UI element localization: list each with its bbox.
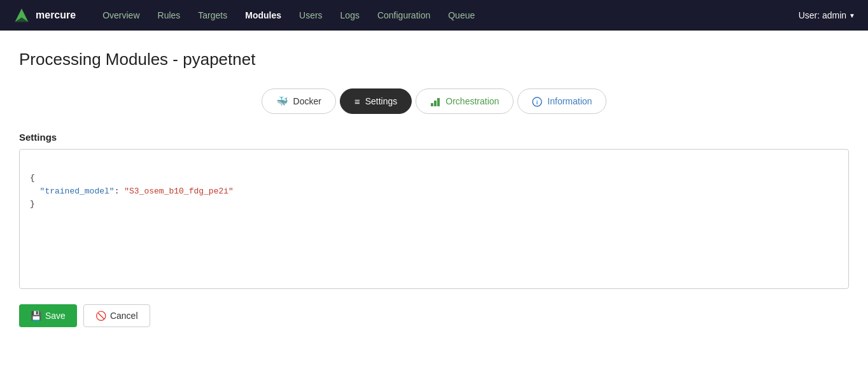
nav-overview[interactable]: Overview	[95, 6, 147, 24]
user-label: User: admin	[799, 10, 846, 20]
main-content: Processing Modules - pyapetnet 🐳 Docker …	[0, 31, 868, 340]
nav-targets[interactable]: Targets	[190, 6, 235, 24]
save-label: Save	[45, 311, 66, 321]
cancel-label: Cancel	[110, 311, 138, 321]
orchestration-icon	[430, 95, 440, 107]
information-icon: i	[532, 95, 542, 107]
tab-orchestration[interactable]: Orchestration	[416, 88, 514, 114]
save-button[interactable]: 💾 Save	[19, 304, 77, 327]
svg-rect-2	[431, 103, 433, 106]
user-menu[interactable]: User: admin ▼	[799, 10, 855, 20]
tab-information-label: Information	[547, 96, 592, 106]
svg-rect-3	[434, 101, 437, 106]
user-caret-icon: ▼	[849, 12, 855, 19]
tab-docker[interactable]: 🐳 Docker	[262, 88, 336, 114]
cancel-icon: 🚫	[95, 311, 106, 321]
cancel-button[interactable]: 🚫 Cancel	[83, 304, 150, 327]
docker-icon: 🐳	[276, 95, 288, 107]
settings-section: Settings { "trained_model": "S3_osem_b10…	[19, 132, 849, 289]
nav-users[interactable]: Users	[291, 6, 330, 24]
tab-settings-label: Settings	[365, 96, 398, 106]
tab-information[interactable]: i Information	[517, 88, 606, 114]
tab-bar: 🐳 Docker ≡ Settings Orchestration i	[19, 88, 849, 114]
nav-queue[interactable]: Queue	[440, 6, 482, 24]
brand-name: mercure	[36, 10, 76, 21]
settings-icon: ≡	[354, 96, 360, 107]
nav-modules[interactable]: Modules	[237, 6, 289, 24]
nav-links: Overview Rules Targets Modules Users Log…	[95, 6, 798, 24]
brand[interactable]: mercure	[13, 6, 76, 24]
navbar: mercure Overview Rules Targets Modules U…	[0, 0, 868, 31]
svg-rect-4	[437, 98, 440, 106]
settings-section-label: Settings	[19, 132, 849, 143]
tab-orchestration-label: Orchestration	[445, 96, 499, 106]
svg-text:i: i	[536, 99, 538, 106]
tab-docker-label: Docker	[293, 96, 321, 106]
nav-rules[interactable]: Rules	[150, 6, 188, 24]
save-icon: 💾	[31, 311, 41, 321]
page-title: Processing Modules - pyapetnet	[19, 50, 849, 69]
brand-logo-icon	[13, 6, 31, 24]
nav-configuration[interactable]: Configuration	[370, 6, 438, 24]
tab-settings[interactable]: ≡ Settings	[340, 88, 412, 114]
nav-logs[interactable]: Logs	[333, 6, 367, 24]
settings-editor[interactable]: { "trained_model": "S3_osem_b10_fdg_pe2i…	[19, 149, 849, 289]
bottom-actions: 💾 Save 🚫 Cancel	[19, 304, 849, 327]
